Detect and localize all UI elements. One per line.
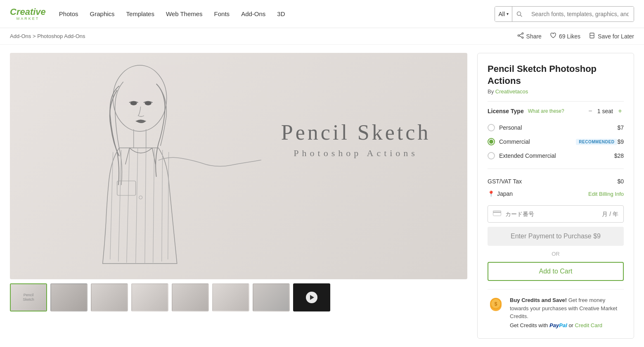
search-input[interactable] [526,7,634,21]
thumbnail-5[interactable] [212,283,249,311]
breadcrumb-photoshop-addons[interactable]: Photoshop Add-Ons [37,33,85,39]
license-commercial[interactable]: Commercial RECOMMENDED $9 [488,135,624,149]
svg-line-19 [168,152,169,259]
card-icon [493,210,501,218]
license-commercial-name: Commercial [499,138,573,145]
sketch-subtitle: Photoshop Actions [281,148,431,159]
nav-photos[interactable]: Photos [59,10,78,17]
product-title: Pencil Sketch Photoshop Actions [488,63,624,87]
svg-point-21 [139,196,142,199]
thumbnail-3[interactable] [131,283,168,311]
seat-increase-button[interactable]: + [616,107,624,115]
svg-point-11 [145,101,152,105]
tax-amount: $0 [617,178,624,185]
author-link[interactable]: Creativetacos [495,88,528,95]
nav-add-ons[interactable]: Add-Ons [241,10,265,17]
tax-label: GST/VAT Tax [488,178,522,185]
svg-line-1 [521,15,522,17]
save-later-button[interactable]: Save for Later [589,32,634,40]
svg-point-10 [130,101,137,105]
svg-line-15 [136,148,138,264]
card-input-row [488,205,624,223]
breadcrumb-actions: Share 69 Likes Save for Later [517,32,634,40]
svg-point-3 [522,37,523,38]
radio-commercial-inner [489,140,493,144]
svg-line-17 [153,149,154,263]
breadcrumb-addons[interactable]: Add-Ons [10,33,31,39]
thumbnail-6[interactable] [253,283,290,311]
license-extended-price: $28 [614,152,624,159]
nav-3d[interactable]: 3D [277,10,285,17]
svg-line-16 [145,148,146,264]
play-button[interactable] [306,292,317,303]
license-personal[interactable]: Personal $7 [488,121,624,135]
sketch-title: Pencil Sketch [281,121,431,144]
license-type-row: License Type What are these? − 1 seat + [488,107,624,115]
breadcrumb-bar: Add-Ons > Photoshop Add-Ons Share 69 Lik… [0,28,644,45]
thumbnail-0[interactable]: PencilSketch [10,283,47,311]
radio-extended [488,152,495,159]
thumbnail-video[interactable] [293,283,330,311]
logo[interactable]: Creative MARKET [10,7,46,21]
header: Creative MARKET Photos Graphics Template… [0,0,644,28]
thumbnail-4[interactable] [172,283,209,311]
main-image[interactable]: Pencil Sketch Photoshop Actions [10,53,467,279]
svg-text:$: $ [495,301,497,307]
breadcrumb: Add-Ons > Photoshop Add-Ons [10,33,85,39]
location-name: Japan [497,190,513,197]
search-icon [512,11,526,17]
likes-button[interactable]: 69 Likes [550,32,580,40]
card-number-input[interactable] [505,211,590,217]
thumbnail-2[interactable] [91,283,128,311]
seat-decrease-button[interactable]: − [587,107,594,115]
credits-cta-pre: Get Credits with [510,322,548,328]
purchase-button[interactable]: Enter Payment to Purchase $9 [488,227,624,246]
credit-card-link[interactable]: Credit Card [575,322,602,328]
seat-count: 1 seat [597,108,613,114]
svg-point-4 [518,35,519,36]
svg-line-14 [127,149,130,263]
nav-web-themes[interactable]: Web Themes [166,10,203,17]
svg-line-5 [519,34,522,35]
nav-fonts[interactable]: Fonts [214,10,230,17]
share-label: Share [526,33,542,40]
logo-main: Creative [10,7,46,17]
add-to-cart-button[interactable]: Add to Cart [488,262,624,281]
nav-templates[interactable]: Templates [126,10,154,17]
tax-row: GST/VAT Tax $0 [488,175,624,188]
breadcrumb-separator: > [33,33,37,39]
credits-section: $ Buy Credits and Save! Get free money t… [488,289,624,328]
edit-billing-link[interactable]: Edit Billing Info [588,191,624,197]
svg-point-2 [522,33,523,34]
svg-rect-22 [493,211,501,216]
bookmark-icon [589,32,595,40]
author-prefix: By [488,88,494,95]
what-are-these-link[interactable]: What are these? [528,108,564,114]
credits-cta-mid: or [568,322,575,328]
divider-2 [488,169,624,169]
card-expiry-input[interactable] [590,211,618,217]
thumbnail-1[interactable] [50,283,88,311]
pencil-sketch-overlay: Pencil Sketch Photoshop Actions [281,121,431,158]
license-extended-name: Extended Commercial [499,152,614,159]
nav-graphics[interactable]: Graphics [90,10,115,17]
likes-label: 69 Likes [559,33,580,40]
credits-coin-icon: $ [488,296,504,313]
svg-line-12 [110,152,113,259]
license-extended[interactable]: Extended Commercial $28 [488,149,624,163]
radio-commercial [488,138,495,145]
main-nav: Photos Graphics Templates Web Themes Fon… [59,10,495,17]
product-left: Pencil Sketch Photoshop Actions PencilSk… [10,53,467,339]
or-divider: OR [488,251,624,257]
share-button[interactable]: Share [517,32,542,40]
search-dropdown[interactable]: All ▾ [495,7,512,21]
recommended-badge: RECOMMENDED [576,139,617,145]
product-author: By Creativetacos [488,88,624,95]
chevron-down-icon: ▾ [507,12,509,16]
main-content: Pencil Sketch Photoshop Actions PencilSk… [0,45,644,347]
radio-personal [488,124,495,131]
seat-controls: − 1 seat + [587,107,624,115]
credits-header: Buy Credits and Save! [510,297,567,303]
paypal-link[interactable]: PayPal [549,322,567,328]
play-icon [310,295,314,300]
